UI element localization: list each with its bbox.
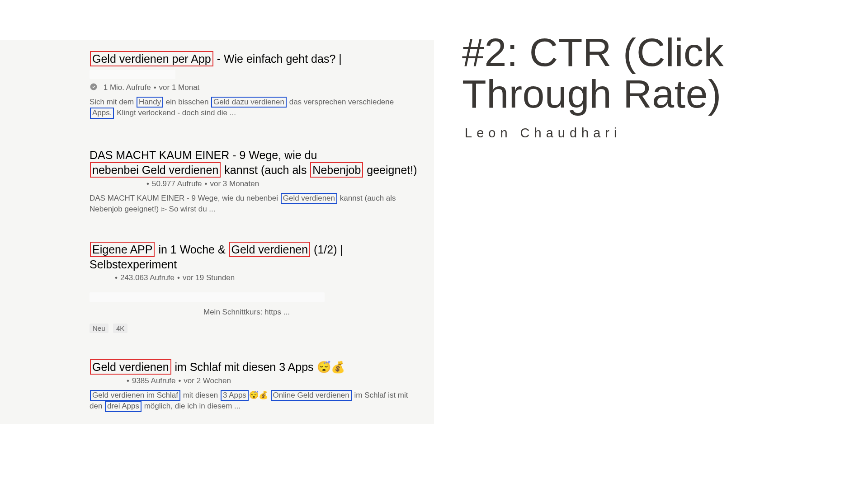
- dot-separator-icon: [175, 273, 183, 282]
- search-result: DAS MACHT KAUM EINER - 9 Wege, wie du ne…: [90, 148, 420, 215]
- keyword-highlight-red: Geld verdienen: [229, 242, 311, 257]
- result-badges: Neu 4K: [90, 324, 420, 333]
- meta-views: 243.063 Aufrufe: [120, 273, 175, 282]
- desc-text: 😴💰: [249, 391, 270, 399]
- result-description: DAS MACHT KAUM EINER - 9 Wege, wie du ne…: [90, 193, 420, 215]
- keyword-highlight-red: nebenbei Geld verdienen: [90, 162, 221, 178]
- result-description: Sich mit dem Handy ein bisschen Geld daz…: [90, 97, 420, 119]
- meta-age: vor 1 Monat: [159, 83, 200, 92]
- result-title: Eigene APP in 1 Woche & Geld verdienen (…: [90, 242, 420, 272]
- svg-point-0: [90, 84, 97, 90]
- meta-age: vor 2 Wochen: [184, 376, 231, 385]
- keyword-highlight-red: Nebenjob: [310, 162, 363, 178]
- title-text: kannst (auch als: [221, 164, 310, 176]
- keyword-highlight-blue: Apps.: [90, 108, 114, 118]
- redacted-row: [90, 292, 420, 302]
- result-meta: 1 Mio. Aufrufevor 1 Monat: [90, 83, 420, 92]
- dot-separator-icon: [151, 83, 159, 92]
- keyword-highlight-red: Eigene APP: [90, 242, 155, 257]
- result-meta: 9385 Aufrufevor 2 Wochen: [90, 376, 420, 385]
- keyword-highlight-blue: Handy: [137, 97, 163, 108]
- search-result: Eigene APP in 1 Woche & Geld verdienen (…: [90, 242, 420, 333]
- desc-text: Klingt verlockend - doch sind die ...: [114, 108, 236, 117]
- result-title: DAS MACHT KAUM EINER - 9 Wege, wie du ne…: [90, 148, 420, 178]
- right-panel: #2: CTR (Click Through Rate) Leon Chaudh…: [434, 0, 868, 488]
- title-text: im Schlaf mit diesen 3 Apps 😴💰: [172, 361, 345, 373]
- meta-age: vor 3 Monaten: [210, 179, 259, 188]
- slide-title: #2: CTR (Click Through Rate): [462, 32, 724, 115]
- title-text: geeignet!): [363, 164, 417, 176]
- redacted-text: [90, 70, 175, 79]
- dot-separator-icon: [112, 273, 120, 282]
- badge-new: Neu: [90, 324, 108, 333]
- meta-views: 1 Mio. Aufrufe: [104, 83, 151, 92]
- search-result: Geld verdienen im Schlaf mit diesen 3 Ap…: [90, 359, 420, 412]
- keyword-highlight-blue: drei Apps: [105, 401, 142, 412]
- keyword-highlight-blue: 3 Apps: [221, 390, 249, 401]
- result-description: Geld verdienen im Schlaf mit diesen 3 Ap…: [90, 390, 420, 412]
- slide-title-line2: Through Rate): [462, 71, 722, 116]
- keyword-highlight-blue: Geld dazu verdienen: [211, 97, 287, 108]
- meta-views: 9385 Aufrufe: [132, 376, 175, 385]
- meta-views: 50.977 Aufrufe: [152, 179, 202, 188]
- title-text: - Wie einfach geht das? |: [214, 52, 342, 65]
- desc-text: das versprechen verschiedene: [287, 98, 394, 106]
- badge-4k: 4K: [113, 324, 127, 333]
- dot-separator-icon: [144, 179, 152, 188]
- result-title: Geld verdienen im Schlaf mit diesen 3 Ap…: [90, 359, 420, 375]
- desc-text: ein bisschen: [164, 98, 211, 106]
- keyword-highlight-blue: Online Geld verdienen: [271, 390, 352, 401]
- title-text: in 1 Woche &: [155, 243, 228, 256]
- dot-separator-icon: [124, 376, 132, 385]
- desc-text: Mein Schnittkurs: https ...: [203, 308, 290, 316]
- slide-title-line1: #2: CTR (Click: [462, 30, 724, 75]
- keyword-highlight-blue: Geld verdienen: [281, 193, 337, 204]
- search-result: Geld verdienen per App - Wie einfach geh…: [90, 51, 420, 119]
- desc-text: DAS MACHT KAUM EINER - 9 Wege, wie du ne…: [90, 194, 280, 202]
- redacted-text: [90, 292, 325, 302]
- keyword-highlight-blue: Geld verdienen im Schlaf: [90, 390, 180, 401]
- slide: #2: CTR (Click Through Rate) Leon Chaudh…: [0, 0, 868, 488]
- slide-author: Leon Chaudhari: [465, 126, 621, 141]
- dot-separator-icon: [202, 179, 210, 188]
- desc-text: Sich mit dem: [90, 98, 136, 106]
- title-text: DAS MACHT KAUM EINER - 9 Wege, wie du: [90, 149, 317, 161]
- search-results-panel: Geld verdienen per App - Wie einfach geh…: [0, 40, 434, 424]
- result-description: Mein Schnittkurs: https ...: [203, 307, 420, 317]
- meta-age: vor 19 Stunden: [183, 273, 235, 282]
- result-meta: 243.063 Aufrufevor 19 Stunden: [90, 273, 420, 282]
- desc-text: mit diesen: [181, 391, 220, 399]
- desc-text: möglich, die ich in diesem ...: [142, 402, 241, 410]
- dot-separator-icon: [175, 376, 184, 385]
- keyword-highlight-red: Geld verdienen per App: [90, 51, 213, 66]
- result-title: Geld verdienen per App - Wie einfach geh…: [90, 51, 420, 81]
- keyword-highlight-red: Geld verdienen: [90, 359, 171, 375]
- verified-icon: [90, 83, 98, 91]
- result-meta: 50.977 Aufrufevor 3 Monaten: [90, 179, 420, 188]
